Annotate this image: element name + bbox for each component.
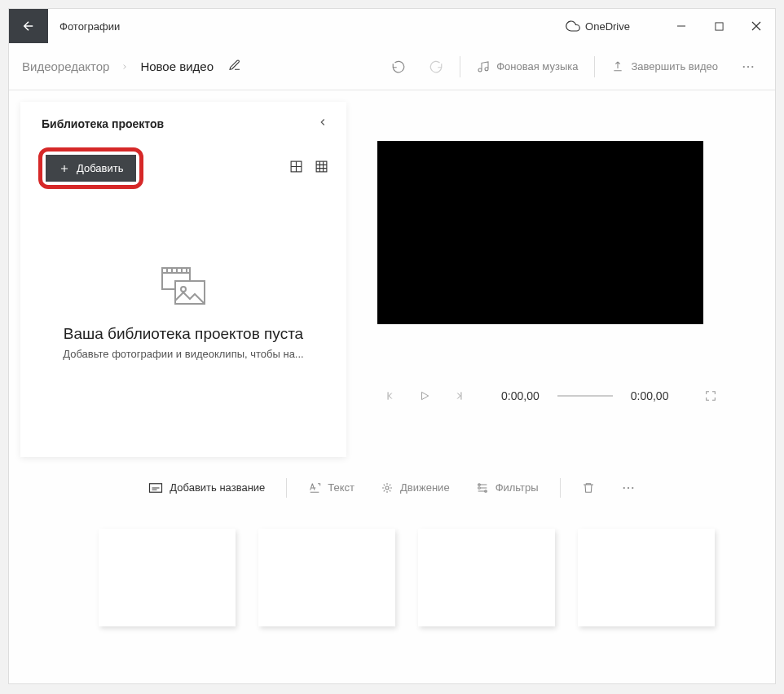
finish-video-button[interactable]: Завершить видео (600, 54, 729, 80)
clip-slot[interactable] (578, 529, 715, 626)
play-icon (419, 390, 430, 402)
clip-slot[interactable] (418, 529, 555, 626)
undo-button[interactable] (380, 53, 417, 81)
library-empty-state: Ваша библиотека проектов пуста Добавьте … (20, 194, 346, 457)
svg-point-16 (632, 486, 633, 488)
maximize-button[interactable] (700, 9, 738, 43)
add-label: Добавить (77, 162, 123, 174)
motion-button[interactable]: Движение (369, 475, 461, 501)
edit-name-button[interactable] (228, 59, 241, 75)
grid-large-icon (289, 160, 303, 174)
empty-subtitle: Добавьте фотографии и видеоклипы, чтобы … (63, 348, 303, 360)
timeline-track[interactable] (9, 509, 775, 626)
redo-icon (429, 59, 443, 74)
add-button[interactable]: Добавить (46, 155, 136, 182)
fullscreen-icon (704, 389, 717, 402)
grid-small-icon (315, 160, 328, 174)
close-icon (751, 21, 761, 31)
empty-media-icon (159, 266, 208, 310)
background-music-button[interactable]: Фоновая музыка (465, 54, 589, 80)
text-label: Текст (328, 481, 355, 494)
redo-button[interactable] (417, 53, 455, 81)
chevron-right-icon (121, 59, 129, 74)
arrow-left-icon (21, 19, 36, 33)
add-title-button[interactable]: Добавить название (137, 475, 276, 500)
breadcrumb-editor[interactable]: Видеоредактор (22, 59, 109, 73)
view-toggles (289, 160, 328, 177)
app-title: Фотографии (59, 20, 120, 33)
scrubber[interactable] (557, 395, 613, 397)
back-button[interactable] (9, 9, 48, 43)
more-icon (621, 481, 636, 495)
svg-rect-0 (715, 22, 722, 29)
video-preview[interactable] (377, 141, 703, 324)
svg-point-10 (385, 486, 389, 490)
timeline-toolbar: Добавить название Текст Движение Фильтры (9, 465, 775, 509)
motion-label: Движение (400, 481, 450, 494)
svg-point-12 (478, 486, 480, 489)
minimize-button[interactable] (663, 9, 700, 43)
trash-icon (582, 481, 595, 494)
collapse-button[interactable] (317, 116, 328, 131)
music-icon (477, 60, 490, 73)
next-frame-button[interactable] (451, 390, 467, 402)
library-actions: Добавить (20, 136, 346, 194)
more-button[interactable] (729, 53, 767, 81)
svg-rect-5 (316, 161, 327, 172)
next-frame-icon (453, 390, 465, 402)
plus-icon (59, 163, 70, 174)
filters-icon (476, 481, 489, 494)
add-title-label: Добавить название (170, 481, 265, 494)
library-header: Библиотека проектов (20, 102, 346, 136)
chevron-left-icon (317, 116, 328, 128)
time-current: 0:00,00 (501, 389, 540, 402)
finish-label: Завершить видео (631, 60, 718, 72)
svg-point-15 (628, 486, 629, 488)
title-card-icon (148, 482, 163, 494)
music-label: Фоновая музыка (496, 60, 578, 72)
divider (594, 56, 595, 77)
export-icon (611, 60, 624, 73)
filters-label: Фильтры (496, 481, 539, 494)
text-button[interactable]: Текст (297, 475, 366, 501)
toolbar-right: Фоновая музыка Завершить видео (380, 53, 775, 81)
player-controls: 0:00,00 0:00,00 (374, 389, 759, 402)
svg-point-14 (623, 486, 624, 488)
clip-slot[interactable] (258, 529, 395, 626)
play-button[interactable] (416, 390, 433, 402)
add-button-highlight: Добавить (38, 147, 143, 189)
close-button[interactable] (738, 9, 775, 43)
window-controls (663, 9, 775, 43)
undo-icon (391, 59, 406, 74)
svg-point-3 (751, 65, 753, 67)
svg-point-1 (743, 65, 745, 67)
time-total: 0:00,00 (631, 389, 669, 402)
onedrive-label: OneDrive (585, 20, 630, 33)
minimize-icon (676, 21, 686, 31)
grid-large-button[interactable] (289, 160, 303, 177)
titlebar: Фотографии OneDrive (9, 9, 775, 43)
clip-slot[interactable] (99, 529, 236, 626)
motion-icon (381, 481, 394, 494)
preview-area: 0:00,00 0:00,00 (374, 102, 759, 457)
filters-button[interactable]: Фильтры (465, 475, 550, 501)
grid-small-button[interactable] (315, 160, 328, 177)
divider (286, 478, 287, 498)
cloud-icon (566, 19, 580, 33)
more-icon (741, 59, 755, 74)
timeline-more-button[interactable] (610, 474, 647, 502)
library-title: Библиотека проектов (42, 117, 164, 130)
delete-button[interactable] (570, 475, 606, 501)
prev-frame-button[interactable] (382, 390, 399, 402)
app-window: Фотографии OneDrive Видеоредактор Новое … (8, 8, 776, 684)
pencil-icon (228, 59, 241, 72)
prev-frame-icon (385, 390, 396, 402)
fullscreen-button[interactable] (703, 389, 719, 402)
content-area: Библиотека проектов Добавить (9, 90, 775, 465)
empty-title: Ваша библиотека проектов пуста (64, 325, 303, 343)
onedrive-button[interactable]: OneDrive (566, 19, 630, 33)
svg-point-2 (747, 65, 749, 67)
project-name[interactable]: Новое видео (140, 59, 214, 73)
divider (560, 478, 561, 498)
text-icon (308, 481, 321, 494)
